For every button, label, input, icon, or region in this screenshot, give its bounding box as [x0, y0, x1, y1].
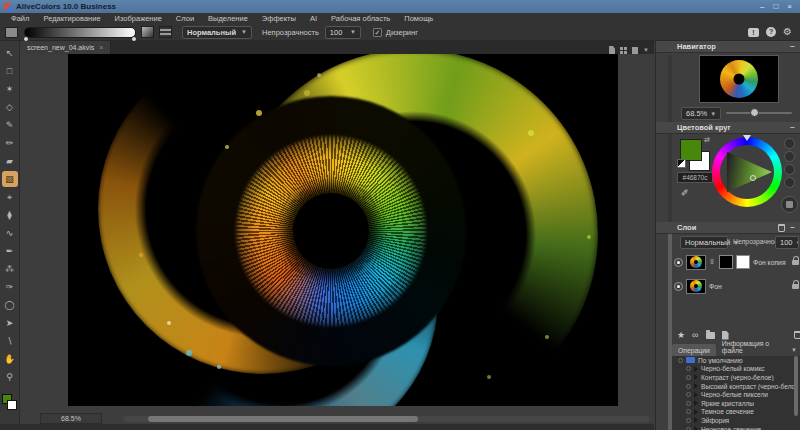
menu-layers[interactable]: Слои: [169, 13, 201, 24]
dithering-checkbox[interactable]: ✓: [373, 28, 382, 37]
radio-icon[interactable]: [686, 427, 691, 430]
wheel-mode-button-2[interactable]: [784, 151, 795, 162]
menu-image[interactable]: Изображение: [108, 13, 169, 24]
operation-item[interactable]: Яркие кристаллы: [672, 399, 800, 408]
brush-tool[interactable]: ✎: [2, 116, 18, 134]
delete-layer-icon[interactable]: [778, 224, 785, 232]
document-image[interactable]: [68, 54, 618, 406]
layer-row-fon-kopiya[interactable]: ∞ Фон копия: [674, 251, 800, 273]
layer-name[interactable]: Фон копия: [753, 259, 789, 266]
settings-gear-icon[interactable]: ⚙: [783, 27, 792, 37]
menu-workspace[interactable]: Рабочая область: [324, 13, 397, 24]
radio-icon[interactable]: [686, 366, 691, 371]
chevron-down-icon[interactable]: ▼: [643, 47, 649, 53]
radio-icon[interactable]: [678, 358, 683, 363]
swap-colors-icon[interactable]: ⇄: [704, 136, 710, 144]
color-picker-dot[interactable]: [750, 175, 756, 181]
gradient-mode-button[interactable]: [159, 26, 172, 38]
layer-name[interactable]: Фон: [709, 283, 789, 290]
gradient-type-button[interactable]: [141, 26, 154, 38]
move-tool[interactable]: ↖: [2, 44, 18, 62]
layer-visibility-icon[interactable]: [674, 258, 683, 267]
background-color-swatch[interactable]: [7, 400, 17, 410]
tab-file-info[interactable]: Информация о файле: [716, 337, 791, 356]
document-tab[interactable]: screen_new_04.akvis ×: [20, 41, 111, 54]
canvas-area[interactable]: [20, 54, 654, 430]
expander-icon[interactable]: [694, 383, 698, 389]
help-icon[interactable]: ?: [766, 27, 776, 37]
panel-toggle-icon[interactable]: [632, 47, 638, 54]
maximize-button[interactable]: □: [773, 1, 778, 13]
wheel-mode-button-4[interactable]: [784, 177, 795, 188]
smudge-tool[interactable]: ∿: [2, 224, 18, 242]
new-view-icon[interactable]: [609, 46, 615, 54]
navigator-thumbnail[interactable]: [699, 55, 779, 103]
operations-scrollbar[interactable]: [794, 356, 798, 416]
magic-wand-tool[interactable]: ✶: [2, 80, 18, 98]
operation-item[interactable]: Высокий контраст (черно-бело: [672, 382, 800, 391]
operation-item[interactable]: Темное свечение: [672, 408, 800, 417]
arrange-views-icon[interactable]: [620, 47, 627, 54]
collapse-icon[interactable]: −: [790, 123, 795, 132]
operation-item[interactable]: Неоновое свечение: [672, 425, 800, 430]
blur-tool[interactable]: ⧫: [2, 206, 18, 224]
layer-mask-thumbnail[interactable]: [719, 255, 733, 269]
pen-tool[interactable]: ✑: [2, 278, 18, 296]
clone-stamp-tool[interactable]: ⌖: [2, 188, 18, 206]
favorites-star-icon[interactable]: ★: [677, 330, 685, 340]
layer-blend-mode-select[interactable]: Нормальный ▼: [680, 236, 728, 249]
menu-file[interactable]: Файл: [4, 13, 36, 24]
zoom-tool[interactable]: ⚲: [2, 368, 18, 386]
gradient-preview-button[interactable]: [5, 27, 18, 38]
trash-icon[interactable]: [794, 331, 800, 339]
layers-header[interactable]: Слои −: [656, 222, 800, 234]
lock-icon[interactable]: [792, 260, 799, 265]
expander-icon[interactable]: [694, 366, 698, 372]
operation-item[interactable]: Эйфория: [672, 416, 800, 425]
lasso-tool[interactable]: ◇: [2, 98, 18, 116]
radio-icon[interactable]: [686, 375, 691, 380]
feedback-icon[interactable]: !: [748, 28, 759, 37]
zoom-status[interactable]: 68.5%: [40, 413, 102, 424]
radio-icon[interactable]: [686, 401, 691, 406]
gradient-editor-bar[interactable]: [24, 27, 136, 38]
operation-item[interactable]: Черно-белые пиксели: [672, 390, 800, 399]
layer-visibility-icon[interactable]: [674, 282, 683, 291]
foreground-color-swatch[interactable]: [680, 139, 702, 161]
expander-icon[interactable]: [694, 417, 698, 423]
expander-icon[interactable]: [694, 400, 698, 406]
opacity-input[interactable]: 100 ▼: [325, 26, 361, 39]
layer-thumbnail[interactable]: [686, 279, 706, 294]
folder-icon[interactable]: [706, 332, 715, 339]
spray-tool[interactable]: ⁂: [2, 260, 18, 278]
eyedropper-tool[interactable]: ∖: [2, 332, 18, 350]
minimize-button[interactable]: –: [760, 1, 764, 13]
color-wheel-header[interactable]: Цветовой круг −: [656, 122, 800, 134]
menu-help[interactable]: Помощь: [397, 13, 440, 24]
arrow-tool[interactable]: ➤: [2, 314, 18, 332]
menu-edit[interactable]: Редактирование: [36, 13, 107, 24]
default-colors-icon[interactable]: [677, 159, 686, 168]
expander-icon[interactable]: [694, 392, 698, 398]
wheel-mode-button-1[interactable]: [784, 138, 795, 149]
expander-icon[interactable]: [694, 374, 698, 380]
expander-icon[interactable]: [694, 409, 698, 415]
wheel-mode-button-3[interactable]: [784, 164, 795, 175]
collapse-icon[interactable]: −: [790, 223, 795, 232]
ink-pen-tool[interactable]: ✒: [2, 242, 18, 260]
lock-icon[interactable]: [792, 284, 799, 289]
radio-icon[interactable]: [686, 409, 691, 414]
eyedropper-icon[interactable]: ✐: [681, 188, 689, 198]
blend-mode-select[interactable]: Нормальный ▼: [182, 26, 252, 39]
operation-item[interactable]: Контраст (черно-белое): [672, 373, 800, 382]
color-libraries-button[interactable]: [781, 196, 798, 213]
chevron-down-icon[interactable]: ▼: [791, 347, 800, 356]
radio-icon[interactable]: [686, 392, 691, 397]
hex-color-value[interactable]: #46870c: [677, 172, 713, 183]
layer-row-fon[interactable]: Фон: [674, 275, 800, 297]
menu-selection[interactable]: Выделение: [201, 13, 255, 24]
layer-thumbnail[interactable]: [686, 255, 706, 270]
horizontal-scrollbar-handle[interactable]: [148, 416, 418, 422]
color-wheel[interactable]: [712, 137, 782, 207]
radio-icon[interactable]: [686, 384, 691, 389]
